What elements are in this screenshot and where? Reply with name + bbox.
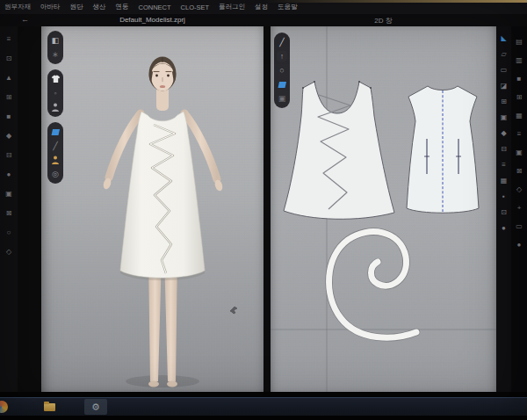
fabric-swatch-icon[interactable]: [277, 79, 287, 90]
record-tab-icon[interactable]: ●: [515, 240, 524, 250]
pattern-circle-icon[interactable]: ⊞: [499, 97, 509, 106]
avatar-show-icon[interactable]: [50, 102, 61, 112]
internal-line-icon[interactable]: ≡: [499, 160, 509, 170]
library-zipper-icon[interactable]: ●: [4, 170, 14, 179]
pin-tool-icon[interactable]: ◦: [50, 88, 61, 98]
library-trim-icon[interactable]: ▣: [4, 189, 14, 199]
toolbar-group-view: ╱ ◎: [47, 122, 63, 184]
library-garment-icon[interactable]: ⊡: [4, 54, 14, 63]
menu-production[interactable]: 생산: [93, 3, 106, 11]
pattern-rect-icon[interactable]: ◪: [499, 81, 509, 91]
pattern-canvas[interactable]: [271, 26, 496, 392]
fabric-view-icon[interactable]: [50, 127, 61, 137]
viewport-3d[interactable]: ◧ ∗ ◦ ╱ ◎: [41, 26, 264, 392]
title-bar: ← Default_Modelist.zprj 2D 창: [0, 14, 527, 26]
viewport2d-toolbar: ╱ ↑ ○ ▣: [274, 33, 290, 108]
library-hanger-icon[interactable]: ⊞: [4, 92, 14, 102]
history-tab-icon[interactable]: ▣: [515, 148, 524, 157]
world-gizmo-icon[interactable]: ◎: [50, 169, 61, 179]
folder-icon[interactable]: [44, 403, 55, 411]
library-icon-strip: ≡⊡▲⊞■◆⊟●▣⊠○◇: [0, 26, 18, 392]
property-tab-icon[interactable]: ■: [515, 74, 524, 83]
viewport-2d[interactable]: ╱ ↑ ○ ▣: [271, 26, 496, 392]
trace-tool-icon[interactable]: ▪: [499, 192, 509, 201]
pattern-polygon-icon[interactable]: ▭: [499, 65, 509, 75]
pattern-piece-back: [407, 86, 479, 213]
texture-tool-icon[interactable]: ⊡: [499, 207, 509, 217]
hand-cursor: [228, 305, 239, 315]
library-stitch-icon[interactable]: ⊠: [4, 208, 14, 218]
line-tool-icon[interactable]: ╱: [277, 37, 287, 47]
freeze-tool-icon[interactable]: ∗: [50, 49, 61, 60]
measure-tool-icon[interactable]: ●: [499, 223, 509, 233]
browser-icon[interactable]: [0, 401, 8, 413]
snap-tab-icon[interactable]: ◇: [515, 185, 524, 194]
menu-materials[interactable]: 원부자재: [4, 3, 31, 11]
clo-app-icon[interactable]: ⚙: [84, 399, 107, 415]
menu-help[interactable]: 도움말: [278, 3, 298, 11]
menu-fabric[interactable]: 원단: [70, 3, 83, 11]
back-arrow-icon[interactable]: ←: [21, 15, 29, 24]
library-avatar-icon[interactable]: ▲: [4, 73, 14, 83]
viewport3d-toolbar: ◧ ∗ ◦ ╱ ◎: [47, 31, 63, 184]
menu-link[interactable]: 연동: [116, 3, 129, 11]
library-fabric-icon[interactable]: ■: [4, 112, 14, 121]
pattern-edit-icon[interactable]: ▱: [499, 49, 509, 59]
toolbar-group-simulate: ◧ ∗: [47, 31, 63, 64]
menu-avatar[interactable]: 아바타: [40, 3, 61, 11]
library-button-icon[interactable]: ⊟: [4, 150, 14, 160]
os-taskbar: ⚙: [0, 397, 527, 416]
scene-tab-icon[interactable]: ▥: [515, 55, 524, 65]
screen-glare: [264, 0, 527, 3]
object-browser-icon[interactable]: ▤: [515, 37, 524, 47]
gear-icon: ⚙: [91, 402, 100, 412]
add-panel-icon[interactable]: +: [515, 203, 524, 213]
pose-view-icon[interactable]: [50, 155, 61, 165]
seam-tool-icon[interactable]: ⊟: [499, 144, 509, 154]
project-title: Default_Modelist.zprj: [41, 16, 264, 24]
menu-connect[interactable]: CONNECT: [139, 4, 171, 11]
layers-tab-icon[interactable]: ≡: [515, 129, 524, 139]
pattern-select-icon[interactable]: ◣: [499, 33, 509, 43]
grading-tool-icon[interactable]: ▦: [499, 176, 509, 185]
library-render-icon[interactable]: ◇: [4, 247, 14, 257]
notch-tool-icon[interactable]: ◆: [499, 128, 509, 138]
needle-tool-icon[interactable]: ╱: [50, 141, 61, 151]
library-list-icon[interactable]: ≡: [4, 34, 14, 44]
toolbar-group-show: ◦: [47, 69, 63, 117]
dock-tab-icon[interactable]: ▭: [515, 221, 524, 231]
pattern-tool-column: ◣▱▭◪⊞▣◆⊟≡▦▪⊡●: [496, 26, 511, 392]
pattern-texture-icon[interactable]: ▣: [277, 93, 287, 104]
dart-tool-icon[interactable]: ▣: [499, 112, 509, 122]
garment-show-icon[interactable]: [50, 74, 61, 84]
avatar-3d-render: [41, 26, 264, 392]
screenshot-root: 원부자재아바타원단생산연동CONNECTCLO-SET플러그인설정도움말 ← D…: [0, 0, 527, 420]
curve-point-tool-icon[interactable]: ○: [277, 65, 287, 76]
pattern-piece-spiral-flounce: [329, 232, 416, 338]
menu-plugin[interactable]: 플러그인: [219, 3, 245, 11]
colorway-tab-icon[interactable]: ▦: [515, 111, 524, 120]
library-hardware-icon[interactable]: ◆: [4, 131, 14, 141]
close-panel-icon[interactable]: ⊠: [515, 166, 524, 176]
view2d-label: 2D 창: [271, 16, 496, 25]
library-pose-icon[interactable]: ○: [4, 228, 14, 237]
pattern-piece-front: [284, 81, 394, 219]
drape-tool-icon[interactable]: ◧: [50, 35, 61, 46]
menu-closet[interactable]: CLO-SET: [181, 4, 210, 11]
menu-settings[interactable]: 설정: [255, 3, 268, 11]
fabric-tab-icon[interactable]: ⊞: [515, 92, 524, 102]
transform-tool-icon[interactable]: ↑: [277, 51, 287, 62]
right-panel-tab-strip: ▤▥■⊞▦≡▣⊠◇+▭●: [511, 26, 527, 392]
